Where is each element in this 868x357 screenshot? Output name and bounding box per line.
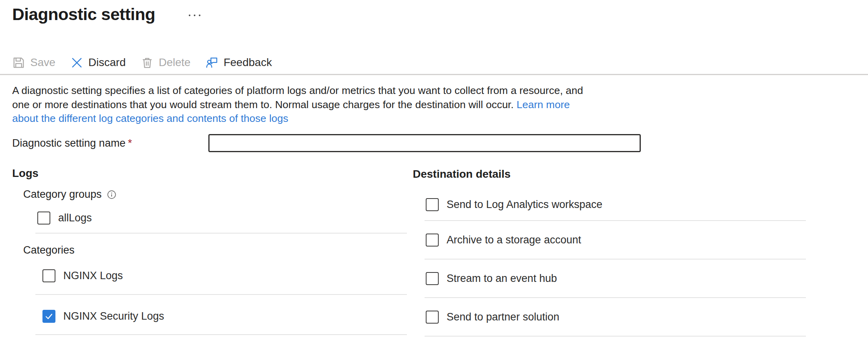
feedback-button[interactable]: Feedback	[206, 56, 272, 69]
destination-details-heading: Destination details	[413, 168, 511, 180]
divider	[35, 233, 407, 234]
archive-to-storage-label: Archive to a storage account	[447, 234, 581, 246]
send-to-partner-row: Send to partner solution	[426, 310, 559, 324]
stream-to-event-hub-row: Stream to an event hub	[426, 272, 557, 285]
nginx-logs-checkbox[interactable]	[42, 269, 55, 282]
categories-label: Categories	[23, 244, 75, 256]
ellipsis-icon	[188, 13, 201, 18]
delete-icon	[141, 56, 154, 69]
more-menu-button[interactable]	[188, 10, 204, 20]
discard-button[interactable]: Discard	[70, 56, 126, 69]
feedback-label: Feedback	[224, 56, 272, 69]
alllogs-checkbox[interactable]	[37, 212, 50, 225]
delete-label: Delete	[159, 56, 191, 69]
discard-label: Discard	[88, 56, 126, 69]
logs-heading: Logs	[12, 167, 39, 180]
page-title: Diagnostic setting	[12, 5, 155, 24]
nginx-security-logs-label: NGINX Security Logs	[63, 310, 164, 322]
save-label: Save	[30, 56, 55, 69]
send-to-log-analytics-label: Send to Log Analytics workspace	[447, 199, 602, 211]
nginx-logs-label: NGINX Logs	[63, 270, 123, 282]
send-to-log-analytics-checkbox[interactable]	[426, 198, 439, 211]
info-icon[interactable]	[107, 190, 117, 200]
required-asterisk: *	[128, 137, 132, 149]
send-to-log-analytics-row: Send to Log Analytics workspace	[426, 198, 602, 211]
divider	[425, 259, 806, 259]
save-button[interactable]: Save	[12, 56, 55, 69]
archive-to-storage-checkbox[interactable]	[426, 234, 439, 247]
save-icon	[12, 56, 25, 69]
feedback-icon	[206, 56, 219, 69]
nginx-logs-row: NGINX Logs	[42, 269, 123, 282]
description-text: A diagnostic setting specifies a list of…	[12, 84, 594, 126]
divider	[35, 294, 407, 295]
command-bar: Save Discard Delete Fee	[12, 53, 272, 72]
delete-button[interactable]: Delete	[141, 56, 191, 69]
description-body: A diagnostic setting specifies a list of…	[12, 85, 583, 110]
alllogs-row: allLogs	[37, 211, 92, 225]
name-field-label: Diagnostic setting name*	[12, 137, 132, 149]
category-groups-label: Category groups	[23, 188, 102, 201]
divider	[425, 220, 806, 221]
discard-icon	[70, 56, 83, 69]
category-groups-row: Category groups	[23, 188, 117, 201]
stream-to-event-hub-label: Stream to an event hub	[447, 272, 557, 285]
nginx-security-logs-checkbox[interactable]	[42, 310, 55, 323]
divider	[35, 334, 407, 335]
send-to-partner-checkbox[interactable]	[426, 311, 439, 324]
archive-to-storage-row: Archive to a storage account	[426, 233, 581, 247]
toolbar-divider	[0, 74, 868, 75]
divider	[425, 297, 806, 298]
divider	[425, 336, 806, 337]
diagnostic-setting-name-input[interactable]	[208, 134, 641, 152]
alllogs-label: allLogs	[58, 212, 92, 224]
stream-to-event-hub-checkbox[interactable]	[426, 272, 439, 285]
send-to-partner-label: Send to partner solution	[447, 311, 559, 323]
nginx-security-logs-row: NGINX Security Logs	[42, 309, 164, 323]
